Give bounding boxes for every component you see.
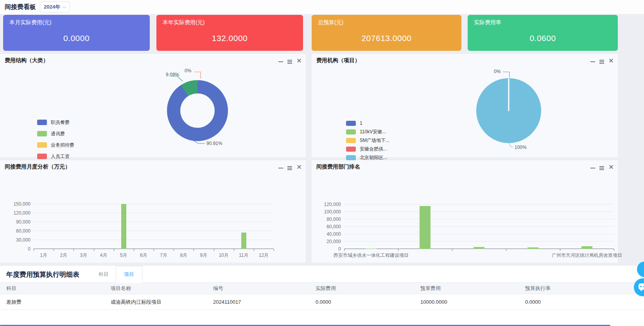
chevron-down-icon (63, 4, 66, 8)
gridline (344, 211, 614, 212)
pie-slice-label: 9.09% (166, 72, 179, 77)
panel-cost-org: 费用机构（项目） 1110kV安徽...SM广场地下...安徽合肥供...北京朝… (312, 54, 618, 157)
legend-label: 通讯费 (51, 131, 65, 137)
x-axis-tick (234, 249, 234, 251)
bar-chart-plot-area (34, 204, 274, 249)
table-cell: 2024110017 (207, 299, 309, 305)
bar[interactable] (241, 233, 246, 249)
collapse-icon[interactable] (590, 61, 595, 62)
bar[interactable] (366, 249, 377, 249)
x-axis-tick (254, 249, 254, 251)
x-axis-tick (154, 249, 154, 251)
pie-slice-label: 0% (185, 68, 191, 73)
menu-icon[interactable] (599, 166, 604, 167)
x-axis-tick (344, 249, 344, 251)
legend-marker (37, 120, 47, 125)
collapse-icon[interactable] (278, 168, 283, 168)
y-axis-tick-label: 40,000 (312, 231, 341, 237)
pie-slice-label: 90.91% (206, 141, 222, 146)
legend-marker (346, 155, 356, 160)
top-bar: 间接费看板 2024年 (0, 0, 644, 14)
x-axis-tick (94, 249, 94, 251)
legend-label: 人员工资 (51, 153, 70, 160)
close-icon[interactable] (296, 58, 302, 63)
x-axis-category-label: 12月 (252, 252, 275, 259)
legend-label: 110kV安徽... (360, 129, 386, 135)
y-axis-tick-label: 120,000 (312, 202, 341, 207)
close-icon[interactable] (608, 58, 614, 63)
panel-title: 间接费用部门排名 (316, 163, 360, 170)
table-header-row: 科目项目名称编号实际费用预算费用预算执行率 (0, 282, 644, 294)
legend-item[interactable]: 110kV安徽... (346, 129, 389, 134)
y-axis-tick-label: 150,000 (0, 201, 30, 207)
bar[interactable] (474, 247, 484, 249)
gridline (34, 222, 274, 222)
x-axis-tick (134, 249, 134, 251)
y-axis-tick-label: 0 (0, 246, 30, 252)
bar[interactable] (581, 246, 592, 249)
pie-slice-label: 0% (494, 69, 500, 74)
tab-project[interactable]: 项目 (116, 266, 142, 283)
kpi-label: 总预算(元) (318, 19, 343, 26)
page-title: 间接费看板 (5, 3, 36, 11)
budget-detail-table-section: 年度费用预算执行明细表 科目 项目 科目项目名称编号实际费用预算费用预算执行率 … (0, 266, 644, 326)
kpi-label: 实际费用率 (474, 19, 501, 26)
y-axis-tick-label: 120,000 (0, 210, 30, 216)
panel-title: 费用机构（项目） (316, 57, 360, 64)
y-axis-tick-label: 100,000 (312, 209, 341, 215)
legend-marker (346, 147, 356, 152)
menu-icon[interactable] (287, 166, 292, 167)
pie-slice-label: 100% (515, 145, 527, 150)
collapse-icon[interactable] (590, 168, 595, 168)
table-cell: 成渝高铁内江标段项目 (104, 299, 207, 306)
chat-bubble-icon (639, 283, 644, 290)
x-axis-category-label: 广州市天河区统计局机房改造项目 (534, 252, 640, 259)
pie-slice-boundary (508, 79, 509, 111)
table-row[interactable]: 差旅费成渝高铁内江标段项目20241100170.000010000.00000… (0, 294, 644, 310)
legend-item[interactable]: 1 (346, 120, 389, 126)
legend-item[interactable]: 安徽合肥供... (346, 146, 389, 152)
x-axis-tick (398, 249, 398, 251)
x-axis-tick (174, 249, 174, 251)
menu-icon[interactable] (287, 60, 292, 61)
kpi-card-year-actual: 本年实际费用(元) 132.0000 (156, 15, 303, 51)
legend-item[interactable]: 北京朝阳区... (346, 155, 389, 160)
gridline (34, 213, 274, 213)
x-axis-category-label: 西安市城乡供水一体化工程建设项目 (318, 252, 424, 259)
donut-chart[interactable] (167, 80, 228, 141)
x-axis-tick (214, 249, 214, 251)
y-axis-tick-label: 30,000 (0, 237, 30, 243)
legend-item[interactable]: 职员餐费 (37, 120, 74, 125)
bar[interactable] (121, 204, 126, 249)
tab-subject[interactable]: 科目 (91, 266, 116, 283)
legend-label: SM广场地下... (360, 137, 389, 144)
bar[interactable] (420, 206, 431, 249)
legend-item[interactable]: 业务招待费 (37, 142, 74, 148)
panel-dept-ranking: 间接费用部门排名 020,00040,00060,00080,000100,00… (312, 160, 618, 263)
menu-icon[interactable] (599, 60, 604, 61)
kpi-value: 132.0000 (156, 34, 303, 43)
kpi-value: 0.0600 (468, 34, 618, 43)
legend-marker (37, 154, 47, 159)
legend-label: 职员餐费 (51, 119, 70, 126)
close-icon[interactable] (608, 164, 614, 170)
legend-item[interactable]: 通讯费 (37, 131, 74, 136)
kpi-label: 本月实际费用(元) (9, 19, 51, 26)
table-cell: 0.0000 (519, 299, 644, 305)
legend-item[interactable]: SM广场地下... (346, 138, 389, 143)
panel-title: 费用结构（大类） (5, 57, 48, 64)
panel-monthly-analysis: 间接费用月度分析（万元） 030,00060,00090,000120,0001… (0, 160, 306, 263)
y-axis-tick-label: 90,000 (0, 219, 30, 225)
legend-label: 1 (360, 120, 362, 126)
pie-chart[interactable] (476, 78, 541, 143)
panel-cost-structure: 费用结构（大类） 职员餐费通讯费业务招待费人员工资福利费工程保险费消防设施费 ▲… (0, 54, 306, 157)
collapse-icon[interactable] (278, 61, 283, 62)
y-axis-tick-label: 80,000 (312, 217, 341, 222)
year-select[interactable]: 2024年 (40, 2, 70, 13)
x-axis-tick (54, 249, 54, 251)
close-icon[interactable] (296, 164, 302, 170)
table-tabs: 科目 项目 (91, 266, 142, 283)
kpi-value: 207613.0000 (312, 34, 461, 43)
legend-item[interactable]: 人员工资 (37, 154, 74, 159)
bar[interactable] (527, 247, 538, 249)
